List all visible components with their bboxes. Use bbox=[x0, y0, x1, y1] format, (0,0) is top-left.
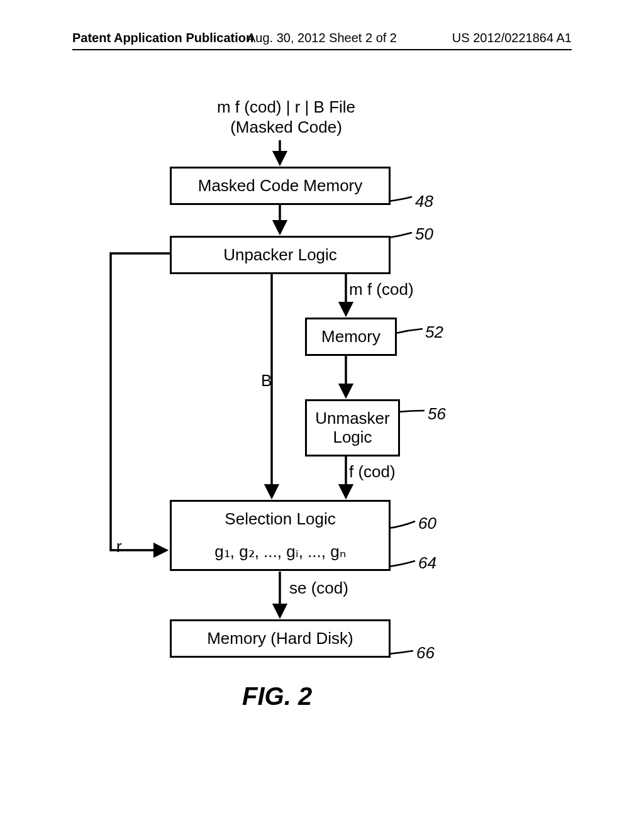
header-left: Patent Application Publication bbox=[72, 31, 253, 45]
diagram-arrows bbox=[0, 91, 644, 783]
page: Patent Application Publication Aug. 30, … bbox=[0, 0, 644, 830]
page-header: Patent Application Publication Aug. 30, … bbox=[72, 47, 572, 50]
header-right: US 2012/0221864 A1 bbox=[452, 31, 572, 45]
diagram-container: m f (cod) | r | B File (Masked Code) Mas… bbox=[0, 91, 644, 783]
header-center: Aug. 30, 2012 Sheet 2 of 2 bbox=[247, 31, 397, 45]
